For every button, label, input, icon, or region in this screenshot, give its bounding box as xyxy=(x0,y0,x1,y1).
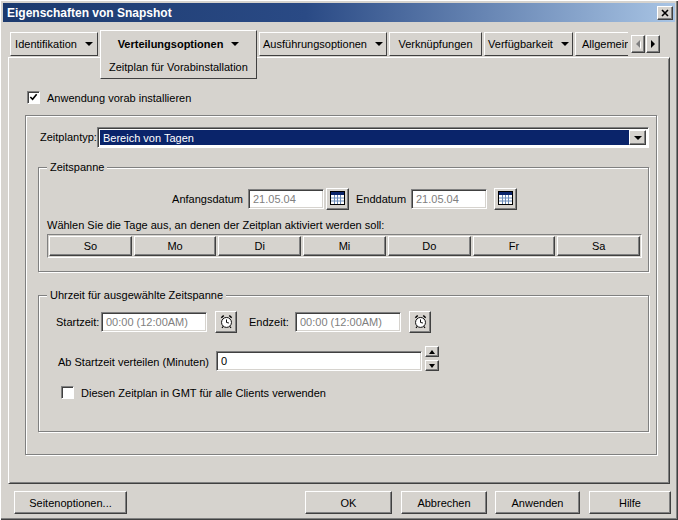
spread-label: Ab Startzeit verteilen (Minuten) xyxy=(58,356,209,368)
tab-label: Allgemein xyxy=(582,38,628,50)
chevron-down-icon xyxy=(85,42,93,46)
spread-minutes-field[interactable] xyxy=(216,351,422,371)
end-date-calendar-button[interactable] xyxy=(494,188,517,210)
spinner-up-icon xyxy=(429,350,435,354)
preinstall-checkbox[interactable] xyxy=(27,91,40,104)
day-label: Mo xyxy=(167,240,182,252)
page-options-label: Seitenoptionen... xyxy=(29,497,112,509)
start-date-field[interactable] xyxy=(248,189,324,209)
checkmark-icon xyxy=(29,92,38,104)
end-time-label: Endzeit: xyxy=(249,316,289,328)
tab-label: Ausführungsoptionen xyxy=(263,38,367,50)
day-label: Di xyxy=(255,240,265,252)
gmt-checkbox[interactable] xyxy=(61,386,74,399)
start-date-label: Anfangsdatum xyxy=(169,193,243,205)
tab-label: Verfügbarkeit xyxy=(488,38,553,50)
page-options-button[interactable]: Seitenoptionen... xyxy=(14,491,127,514)
chevron-down-icon xyxy=(231,42,239,46)
days-prompt: Wählen Sie die Tage aus, an denen der Ze… xyxy=(47,219,384,231)
spinner-down-button[interactable] xyxy=(425,360,439,371)
start-time-clock-button[interactable] xyxy=(215,311,237,333)
tab-identifikation[interactable]: Identifikation xyxy=(10,32,98,56)
subpage-title: Zeitplan für Vorabinstallation xyxy=(109,61,248,73)
tab-verknuepfungen[interactable]: Verknüpfungen xyxy=(389,32,482,56)
spinner-up-button[interactable] xyxy=(425,346,439,357)
tab-label: Verteilungsoptionen xyxy=(118,38,224,50)
tab-subpage-label: Zeitplan für Vorabinstallation xyxy=(100,56,257,79)
cancel-label: Abbrechen xyxy=(417,497,470,509)
help-label: Hilfe xyxy=(619,497,641,509)
tab-ausfuehrungsoptionen[interactable]: Ausführungsoptionen xyxy=(259,32,387,56)
preinstall-label: Anwendung vorab installieren xyxy=(47,92,191,104)
close-icon xyxy=(661,7,669,19)
chevron-down-icon xyxy=(375,42,383,46)
day-button-mo[interactable]: Mo xyxy=(134,236,217,256)
tab-allgemein[interactable]: Allgemein xyxy=(575,32,628,56)
alarm-clock-icon xyxy=(413,314,428,331)
chevron-right-icon xyxy=(651,40,655,48)
day-label: So xyxy=(84,240,97,252)
time-group-title: Uhrzeit für ausgewählte Zeitspanne xyxy=(47,289,226,301)
day-button-row: So Mo Di Mi Do Fr Sa xyxy=(47,234,642,258)
apply-label: Anwenden xyxy=(512,497,564,509)
start-time-field[interactable] xyxy=(101,312,207,332)
alarm-clock-icon xyxy=(219,314,234,331)
start-date-calendar-button[interactable] xyxy=(326,188,349,210)
schedule-type-selected: Bereich von Tagen xyxy=(100,130,629,145)
calendar-icon xyxy=(498,191,513,207)
combobox-dropdown-button[interactable] xyxy=(629,130,646,145)
gmt-checkbox-row[interactable]: Diesen Zeitplan in GMT für alle Clients … xyxy=(61,386,326,399)
day-button-fr[interactable]: Fr xyxy=(473,236,556,256)
window-title: Eigenschaften von Snapshot xyxy=(3,6,657,20)
day-label: Fr xyxy=(509,240,519,252)
start-time-label: Startzeit: xyxy=(56,316,99,328)
end-date-label: Enddatum xyxy=(356,193,406,205)
day-button-so[interactable]: So xyxy=(49,236,132,256)
close-button[interactable] xyxy=(657,6,673,20)
cancel-button[interactable]: Abbrechen xyxy=(401,491,487,514)
schedule-type-label: Zeitplantyp: xyxy=(40,131,97,143)
end-time-field[interactable] xyxy=(295,312,401,332)
day-button-di[interactable]: Di xyxy=(218,236,301,256)
tab-scroll-left-button[interactable] xyxy=(631,35,645,53)
ok-label: OK xyxy=(341,497,357,509)
tab-verteilungsoptionen[interactable]: Verteilungsoptionen xyxy=(100,30,257,57)
dialog-window: Eigenschaften von Snapshot Identifikatio… xyxy=(0,0,678,520)
time-group: Uhrzeit für ausgewählte Zeitspanne Start… xyxy=(38,295,649,432)
tab-label: Verknüpfungen xyxy=(398,38,472,50)
day-button-mi[interactable]: Mi xyxy=(303,236,386,256)
help-button[interactable]: Hilfe xyxy=(589,491,671,514)
day-button-do[interactable]: Do xyxy=(388,236,471,256)
schedule-type-combobox[interactable]: Bereich von Tagen xyxy=(97,127,649,148)
chevron-down-icon xyxy=(561,42,569,46)
spinner-down-icon xyxy=(429,364,435,368)
apply-button[interactable]: Anwenden xyxy=(495,491,580,514)
day-label: Sa xyxy=(592,240,605,252)
chevron-down-icon xyxy=(634,136,642,140)
day-label: Do xyxy=(422,240,436,252)
end-time-clock-button[interactable] xyxy=(409,311,431,333)
tab-verfuegbarkeit[interactable]: Verfügbarkeit xyxy=(484,32,573,56)
tab-scroll-right-button[interactable] xyxy=(646,35,660,53)
timespan-group-title: Zeitspanne xyxy=(47,161,107,173)
timespan-group: Zeitspanne Anfangsdatum Enddatum xyxy=(38,167,649,272)
chevron-left-icon xyxy=(636,40,640,48)
day-label: Mi xyxy=(339,240,351,252)
tab-label: Identifikation xyxy=(15,38,77,50)
day-button-sa[interactable]: Sa xyxy=(557,236,640,256)
end-date-field[interactable] xyxy=(411,189,487,209)
ok-button[interactable]: OK xyxy=(305,491,392,514)
gmt-label: Diesen Zeitplan in GMT für alle Clients … xyxy=(81,387,326,399)
titlebar: Eigenschaften von Snapshot xyxy=(3,3,675,22)
preinstall-checkbox-row[interactable]: Anwendung vorab installieren xyxy=(27,91,191,104)
calendar-icon xyxy=(330,191,345,207)
